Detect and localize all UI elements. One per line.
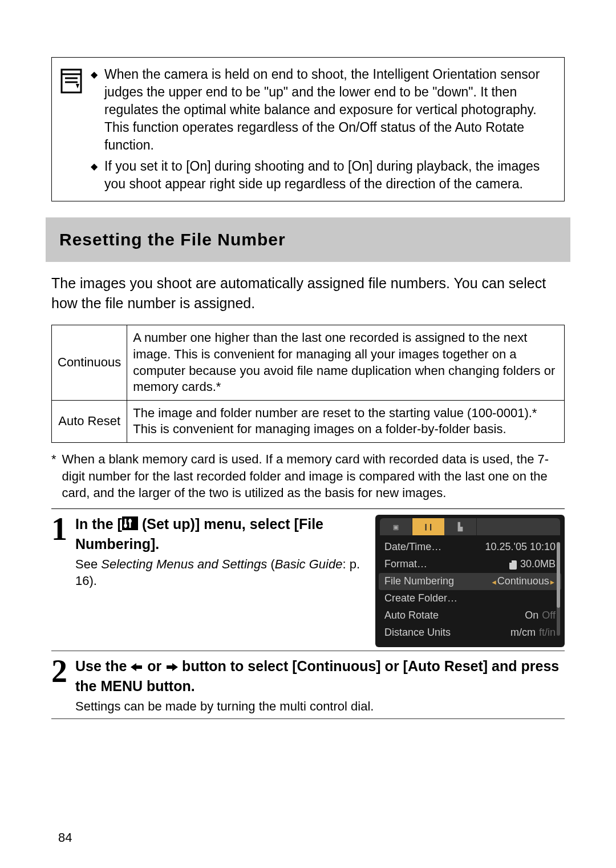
- page-number: 84: [58, 830, 72, 845]
- svg-point-8: [124, 524, 127, 527]
- setup-menu-icon: [122, 516, 138, 535]
- step-1: 1 In the [ (Set up)] menu, select [File …: [51, 515, 565, 647]
- tab-shooting: ▣: [380, 518, 412, 535]
- sd-card-icon: [509, 560, 517, 570]
- row-desc: The image and folder number are reset to…: [127, 400, 565, 442]
- table-row: Auto Reset The image and folder number a…: [52, 400, 565, 442]
- right-button-icon: [165, 658, 178, 677]
- section-title: Resetting the File Number: [46, 217, 570, 262]
- step-2: 2 Use the or button to select [Continuou…: [51, 657, 565, 715]
- menu-scrollbar: [557, 542, 560, 636]
- svg-point-9: [128, 519, 132, 523]
- menu-tabs: ▣ ❙❙ ▙: [380, 518, 560, 535]
- row-label: Continuous: [52, 325, 127, 400]
- svg-marker-10: [131, 663, 136, 671]
- note-bullet: When the camera is held on end to shoot,…: [91, 66, 553, 154]
- footnote: * When a blank memory card is used. If a…: [51, 451, 565, 502]
- person-icon: ▙: [458, 522, 463, 531]
- menu-row-date-time: Date/Time… 10.25.'05 10:10: [379, 539, 561, 556]
- note-icon: [60, 68, 83, 96]
- step-2-note: Settings can be made by turning the mult…: [75, 699, 565, 715]
- divider: [51, 508, 565, 509]
- divider: [51, 718, 565, 719]
- right-arrow-icon: ▶: [550, 578, 554, 586]
- note-bullet-list: When the camera is held on end to shoot,…: [91, 66, 553, 193]
- footnote-asterisk: *: [51, 451, 56, 502]
- left-button-icon: [131, 658, 143, 677]
- step-1-heading: In the [ (Set up)] menu, select [File Nu…: [75, 515, 364, 553]
- row-label: Auto Reset: [52, 400, 127, 442]
- svg-marker-13: [172, 663, 178, 671]
- left-arrow-icon: ◀: [492, 578, 496, 586]
- camera-icon: ▣: [394, 522, 398, 531]
- tab-mycamera: ▙: [444, 518, 477, 535]
- menu-row-format: Format… 30.0MB: [379, 556, 561, 573]
- file-number-table: Continuous A number one higher than the …: [51, 325, 565, 443]
- svg-rect-12: [167, 665, 172, 669]
- footnote-text: When a blank memory card is used. If a m…: [62, 451, 565, 502]
- note-box: When the camera is held on end to shoot,…: [51, 57, 565, 201]
- tab-setup: ❙❙: [412, 518, 444, 535]
- step-1-note: See Selecting Menus and Settings (Basic …: [75, 556, 364, 589]
- svg-rect-0: [62, 70, 81, 92]
- intro-text: The images you shoot are automatically a…: [51, 273, 565, 313]
- divider: [51, 651, 565, 651]
- table-row: Continuous A number one higher than the …: [52, 325, 565, 400]
- row-desc: A number one higher than the last one re…: [127, 325, 565, 400]
- menu-row-create-folder: Create Folder…: [379, 590, 561, 607]
- sliders-icon: ❙❙: [424, 522, 433, 531]
- step-number: 1: [51, 515, 67, 543]
- note-bullet: If you set it to [On] during shooting an…: [91, 158, 553, 193]
- menu-row-auto-rotate: Auto Rotate OnOff: [379, 607, 561, 624]
- step-2-heading: Use the or button to select [Continuous]…: [75, 657, 565, 695]
- menu-row-distance-units: Distance Units m/cmft/in: [379, 624, 561, 641]
- menu-screenshot: ▣ ❙❙ ▙ Date/Time… 10.25.'05 10:10 Format…: [375, 515, 565, 647]
- svg-marker-4: [76, 84, 79, 88]
- step-number: 2: [51, 657, 67, 685]
- menu-row-file-numbering: File Numbering ◀Continuous▶: [379, 573, 561, 590]
- svg-rect-11: [136, 665, 142, 669]
